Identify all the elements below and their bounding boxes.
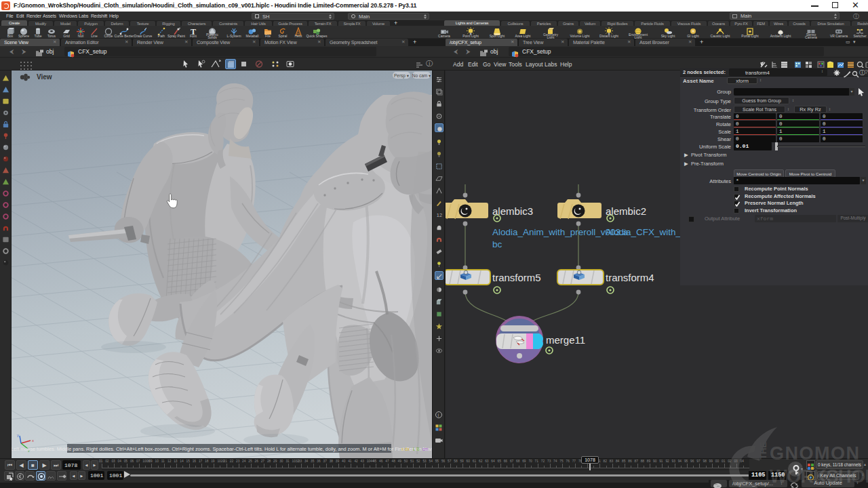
svg-text:merge11: merge11 xyxy=(546,334,585,346)
svg-text:Alodia_CFX_with_p: Alodia_CFX_with_p xyxy=(606,227,686,237)
svg-text:Left mouse tumbles. Middle pan: Left mouse tumbles. Middle pans. Right d… xyxy=(12,446,432,452)
svg-text:bc: bc xyxy=(492,239,502,249)
svg-text:alembic2: alembic2 xyxy=(606,205,646,217)
svg-text:cm: cm xyxy=(422,447,429,451)
svg-text:x dx: x dx xyxy=(401,447,410,451)
svg-text:Persp ▾: Persp ▾ xyxy=(394,73,410,79)
svg-text:12: 12 xyxy=(436,212,441,218)
svg-text:x: x xyxy=(32,439,34,443)
svg-text:No cam ▾: No cam ▾ xyxy=(412,73,431,78)
svg-text:View: View xyxy=(37,73,52,81)
svg-text:transform4: transform4 xyxy=(606,272,654,283)
svg-text:transform5: transform5 xyxy=(492,272,541,283)
svg-text:alembic3: alembic3 xyxy=(492,205,533,217)
svg-text:i: i xyxy=(437,413,439,418)
svg-text:y: y xyxy=(17,433,19,437)
svg-text:L B: L B xyxy=(413,447,420,451)
